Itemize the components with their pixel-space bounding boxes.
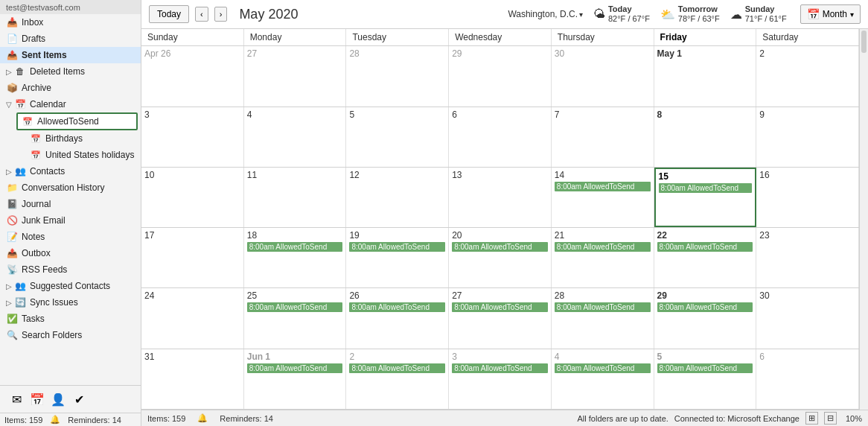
nav-mail-button[interactable]: ✉ xyxy=(6,389,27,410)
cal-cell-w2d4[interactable]: 148:00am AllowedToSend xyxy=(552,168,654,227)
sidebar-item-suggested-contacts[interactable]: ▷ 👥 Suggested Contacts xyxy=(0,278,141,294)
sidebar-item-archive[interactable]: 📦 Archive xyxy=(0,80,141,96)
calendar-event[interactable]: 8:00am AllowedToSend xyxy=(349,363,445,373)
cal-cell-w0d4[interactable]: 30 xyxy=(552,46,654,106)
sidebar-item-deleted-items[interactable]: ▷ 🗑 Deleted Items xyxy=(0,63,141,80)
cal-cell-w1d1[interactable]: 4 xyxy=(244,107,347,167)
cal-cell-w2d1[interactable]: 11 xyxy=(244,168,347,227)
cal-cell-w4d0[interactable]: 24 xyxy=(141,288,244,348)
cal-cell-w3d5[interactable]: 228:00am AllowedToSend xyxy=(654,228,757,287)
cal-cell-w2d6[interactable]: 16 xyxy=(756,168,859,227)
cal-cell-w4d4[interactable]: 288:00am AllowedToSend xyxy=(552,288,654,348)
calendar-event[interactable]: 8:00am AllowedToSend xyxy=(555,242,651,252)
cal-cell-w0d2[interactable]: 28 xyxy=(346,46,449,106)
cal-cell-w5d6[interactable]: 6 xyxy=(756,349,859,409)
cal-cell-w3d1[interactable]: 188:00am AllowedToSend xyxy=(244,228,347,287)
cal-cell-w5d3[interactable]: 38:00am AllowedToSend xyxy=(449,349,552,409)
calendar-event[interactable]: 8:00am AllowedToSend xyxy=(657,363,753,373)
day-number: 2 xyxy=(349,352,445,362)
sidebar-item-allowed-to-send[interactable]: 📅 AllowedToSend xyxy=(16,112,138,130)
month-view-button[interactable]: 📅 Month ▾ xyxy=(800,4,861,24)
cal-cell-w3d3[interactable]: 208:00am AllowedToSend xyxy=(449,228,552,287)
cal-cell-w4d3[interactable]: 278:00am AllowedToSend xyxy=(449,288,552,348)
calendar-event[interactable]: 8:00am AllowedToSend xyxy=(555,363,651,373)
cal-cell-w2d0[interactable]: 10 xyxy=(141,168,244,227)
cal-cell-w1d0[interactable]: 3 xyxy=(141,107,244,167)
calendar-event[interactable]: 8:00am AllowedToSend xyxy=(659,183,753,193)
calendar-event[interactable]: 8:00am AllowedToSend xyxy=(452,302,548,312)
cal-cell-w2d2[interactable]: 12 xyxy=(346,168,449,227)
cal-cell-w2d3[interactable]: 13 xyxy=(449,168,552,227)
weather-tomorrow-label: Tomorrow xyxy=(678,4,720,14)
calendar-event[interactable]: 8:00am AllowedToSend xyxy=(555,302,651,312)
cal-cell-w5d4[interactable]: 48:00am AllowedToSend xyxy=(552,349,654,409)
prev-button[interactable]: ‹ xyxy=(195,7,208,22)
calendar-event[interactable]: 8:00am AllowedToSend xyxy=(452,363,548,373)
cal-cell-w0d5[interactable]: May 1 xyxy=(654,46,757,106)
cal-cell-w4d5[interactable]: 298:00am AllowedToSend xyxy=(654,288,757,348)
sidebar-item-inbox[interactable]: 📥 Inbox xyxy=(0,14,141,31)
cal-cell-w1d6[interactable]: 9 xyxy=(756,107,859,167)
sidebar-item-junk-email[interactable]: 🚫 Junk Email xyxy=(0,212,141,229)
sidebar-item-drafts[interactable]: 📄 Drafts xyxy=(0,31,141,47)
cal-cell-w1d5[interactable]: 8 xyxy=(654,107,757,167)
view-icon-2[interactable]: ⊟ xyxy=(824,412,837,425)
calendar-event[interactable]: 8:00am AllowedToSend xyxy=(247,302,343,312)
sidebar-item-us-holidays[interactable]: 📅 United States holidays xyxy=(0,147,141,163)
sidebar-item-conv-history[interactable]: 📁 Conversation History xyxy=(0,179,141,196)
sidebar-item-birthdays[interactable]: 📅 Birthdays xyxy=(0,130,141,147)
sidebar-item-contacts[interactable]: ▷ 👥 Contacts xyxy=(0,163,141,179)
cal-cell-w1d4[interactable]: 7 xyxy=(552,107,654,167)
next-button[interactable]: › xyxy=(214,7,228,22)
toggle-calendar-icon[interactable]: ▽ xyxy=(6,101,12,109)
cal-cell-w0d1[interactable]: 27 xyxy=(244,46,347,106)
cal-cell-w5d2[interactable]: 28:00am AllowedToSend xyxy=(346,349,449,409)
cal-cell-w3d0[interactable]: 17 xyxy=(141,228,244,287)
sidebar-item-notes[interactable]: 📝 Notes xyxy=(0,229,141,245)
cal-cell-w4d2[interactable]: 268:00am AllowedToSend xyxy=(346,288,449,348)
sidebar-item-journal[interactable]: 📓 Journal xyxy=(0,196,141,212)
nav-tasks-button[interactable]: ✔ xyxy=(68,389,89,410)
calendar-event[interactable]: 8:00am AllowedToSend xyxy=(657,242,753,252)
calendar-event[interactable]: 8:00am AllowedToSend xyxy=(452,242,548,252)
toggle-deleted-icon[interactable]: ▷ xyxy=(6,68,12,76)
today-button[interactable]: Today xyxy=(149,5,189,23)
cal-cell-w0d0[interactable]: Apr 26 xyxy=(141,46,244,106)
cal-cell-w2d5[interactable]: 158:00am AllowedToSend xyxy=(654,168,757,227)
cal-cell-w0d6[interactable]: 2 xyxy=(756,46,859,106)
calendar-event[interactable]: 8:00am AllowedToSend xyxy=(247,242,343,252)
cal-cell-w4d6[interactable]: 30 xyxy=(756,288,859,348)
cal-cell-w5d0[interactable]: 31 xyxy=(141,349,244,409)
sidebar-item-calendar[interactable]: ▽ 📅 Calendar xyxy=(0,96,141,112)
toggle-suggested-icon[interactable]: ▷ xyxy=(6,282,12,290)
toggle-contacts-icon[interactable]: ▷ xyxy=(6,168,12,176)
nav-people-button[interactable]: 👤 xyxy=(48,389,68,410)
cal-cell-w1d2[interactable]: 5 xyxy=(346,107,449,167)
cal-cell-w0d3[interactable]: 29 xyxy=(449,46,552,106)
cal-cell-w5d1[interactable]: Jun 18:00am AllowedToSend xyxy=(244,349,347,409)
toggle-sync-icon[interactable]: ▷ xyxy=(6,299,12,307)
view-icon-1[interactable]: ⊞ xyxy=(805,412,818,425)
cal-cell-w1d3[interactable]: 6 xyxy=(449,107,552,167)
calendar-scrollbar[interactable] xyxy=(859,29,868,410)
cal-cell-w5d5[interactable]: 58:00am AllowedToSend xyxy=(654,349,757,409)
sidebar-item-sync-issues[interactable]: ▷ 🔄 Sync Issues xyxy=(0,294,141,311)
cal-cell-w3d2[interactable]: 198:00am AllowedToSend xyxy=(346,228,449,287)
calendar-event[interactable]: 8:00am AllowedToSend xyxy=(349,302,445,312)
outbox-icon: 📤 xyxy=(6,247,18,259)
sidebar-item-search-folders[interactable]: 🔍 Search Folders xyxy=(0,327,141,343)
calendar-event[interactable]: 8:00am AllowedToSend xyxy=(247,363,343,373)
cal-cell-w3d6[interactable]: 23 xyxy=(756,228,859,287)
sidebar-item-outbox[interactable]: 📤 Outbox xyxy=(0,245,141,261)
cal-cell-w3d4[interactable]: 218:00am AllowedToSend xyxy=(552,228,654,287)
sidebar-item-rss-feeds[interactable]: 📡 RSS Feeds xyxy=(0,261,141,278)
calendar-event[interactable]: 8:00am AllowedToSend xyxy=(349,242,445,252)
cal-cell-w4d1[interactable]: 258:00am AllowedToSend xyxy=(244,288,347,348)
sidebar-item-sent-items[interactable]: 📤 Sent Items xyxy=(0,47,141,63)
nav-calendar-button[interactable]: 📅 xyxy=(27,389,48,410)
calendar-event[interactable]: 8:00am AllowedToSend xyxy=(657,302,753,312)
calendar-event[interactable]: 8:00am AllowedToSend xyxy=(555,182,651,191)
day-header-tuesday: Tuesday xyxy=(346,29,449,45)
sidebar-item-tasks[interactable]: ✅ Tasks xyxy=(0,311,141,327)
location-button[interactable]: Washington, D.C. ▾ xyxy=(508,9,583,19)
